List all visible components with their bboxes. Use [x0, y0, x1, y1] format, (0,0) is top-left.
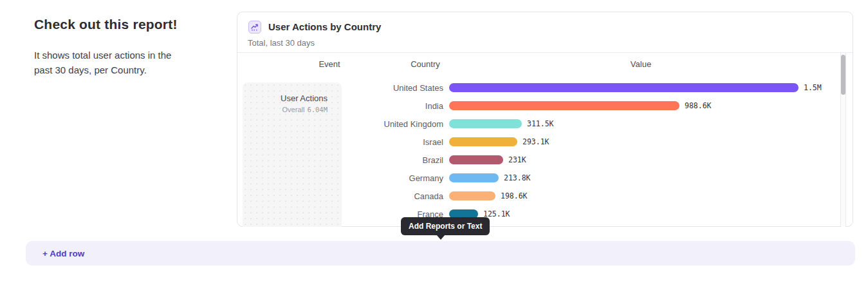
report-card[interactable]: User Actions by Country Total, last 30 d… — [237, 12, 853, 227]
table-row: Germany213.8K — [342, 169, 531, 187]
country-label: Israel — [342, 137, 443, 147]
value-label: 198.6K — [501, 191, 528, 200]
chart-scrollbar-track[interactable] — [840, 53, 846, 227]
country-label: United States — [342, 83, 443, 93]
value-bar[interactable] — [449, 119, 522, 128]
value-label: 293.1K — [522, 137, 549, 146]
table-row: Brazil231K — [342, 151, 526, 169]
header-divider — [237, 52, 853, 53]
value-label: 311.5K — [527, 119, 554, 128]
report-title: User Actions by Country — [268, 21, 381, 32]
table-row: Canada198.6K — [342, 187, 528, 205]
country-label: United Kingdom — [342, 119, 443, 129]
event-total: Overall6.04M — [243, 104, 328, 115]
table-row: United States1.5M — [342, 79, 822, 97]
report-subtitle: Total, last 30 days — [248, 38, 315, 48]
value-bar[interactable] — [449, 155, 503, 164]
column-header-event: Event — [319, 59, 340, 69]
report-card-header: User Actions by Country Total, last 30 d… — [237, 12, 853, 52]
value-label: 988.6K — [685, 101, 712, 110]
value-bar[interactable] — [449, 137, 517, 146]
column-header-country: Country — [411, 59, 440, 69]
column-header-value: Value — [631, 59, 651, 69]
add-row-label: + Add row — [42, 249, 84, 258]
value-bar[interactable] — [449, 83, 799, 92]
tooltip-arrow-icon — [436, 235, 445, 240]
value-bar[interactable] — [449, 101, 679, 110]
value-label: 231K — [508, 155, 526, 164]
intro-panel: Check out this report! It shows total us… — [34, 17, 195, 78]
country-label: Brazil — [342, 155, 443, 165]
table-row: Israel293.1K — [342, 133, 549, 151]
table-row: United Kingdom311.5K — [342, 115, 554, 133]
page-description: It shows total user actions in the past … — [34, 48, 187, 78]
event-cell: User Actions Overall6.04M — [243, 82, 342, 227]
page-title: Check out this report! — [34, 17, 195, 32]
country-label: India — [342, 101, 443, 111]
country-label: Canada — [342, 191, 443, 201]
value-label: 1.5M — [804, 83, 822, 92]
value-bar[interactable] — [449, 173, 499, 182]
chart-scrollbar-thumb[interactable] — [841, 55, 845, 95]
add-reports-tooltip: Add Reports or Text — [401, 217, 490, 235]
table-row: India988.6K — [342, 97, 712, 115]
event-scope-label: Overall — [282, 106, 305, 113]
event-name: User Actions — [243, 93, 328, 104]
value-bar[interactable] — [449, 191, 495, 200]
country-label: Germany — [342, 173, 443, 183]
event-total-value: 6.04M — [307, 106, 328, 113]
value-label: 213.8K — [504, 173, 531, 182]
add-row-button[interactable]: + Add row — [26, 241, 855, 266]
insights-chart-icon — [248, 21, 261, 34]
